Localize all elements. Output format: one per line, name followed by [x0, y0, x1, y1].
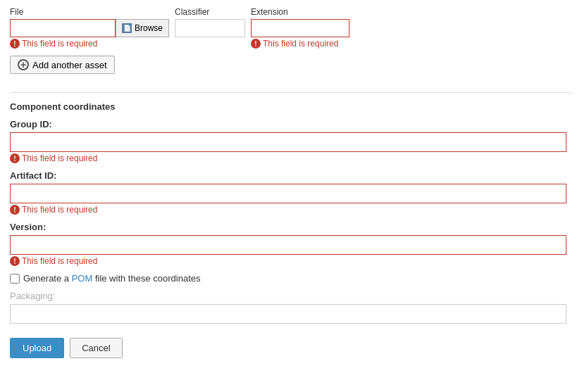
- group-id-label: Group ID:: [10, 119, 572, 129]
- pom-link[interactable]: POM: [72, 273, 93, 284]
- extension-input[interactable]: [251, 19, 349, 37]
- packaging-label: Packaging:: [10, 291, 572, 301]
- artifact-id-input[interactable]: [10, 184, 566, 203]
- version-group: Version: ! This field is required: [10, 222, 572, 266]
- group-id-input[interactable]: [10, 132, 566, 152]
- add-another-asset-label: Add another asset: [32, 60, 107, 70]
- generate-pom-checkbox[interactable]: [10, 274, 20, 284]
- group-id-error: ! This field is required: [10, 153, 572, 163]
- version-input[interactable]: [10, 235, 566, 255]
- footer-buttons: Upload Cancel: [10, 338, 572, 358]
- file-error: ! This field is required: [10, 39, 169, 49]
- browse-icon: 📄: [122, 23, 132, 33]
- classifier-label: Classifier: [175, 7, 245, 17]
- extension-error-icon: !: [251, 39, 261, 49]
- component-coordinates-title: Component coordinates: [10, 101, 572, 112]
- add-another-asset-button[interactable]: + Add another asset: [10, 56, 115, 74]
- artifact-id-group: Artifact ID: ! This field is required: [10, 170, 572, 215]
- extension-error-text: This field is required: [263, 39, 338, 49]
- packaging-input[interactable]: [10, 304, 566, 324]
- classifier-input[interactable]: [175, 19, 245, 37]
- cancel-button[interactable]: Cancel: [70, 338, 122, 358]
- extension-error: ! This field is required: [251, 39, 349, 49]
- version-error: ! This field is required: [10, 256, 572, 266]
- file-error-text: This field is required: [22, 39, 97, 49]
- packaging-group: Packaging:: [10, 291, 572, 324]
- artifact-id-error-text: This field is required: [22, 205, 97, 215]
- generate-pom-text-before: Generate a: [23, 273, 72, 284]
- file-input[interactable]: [10, 19, 116, 37]
- browse-label: Browse: [135, 23, 163, 33]
- upload-button[interactable]: Upload: [10, 338, 64, 358]
- group-id-error-icon: !: [10, 153, 20, 163]
- generate-pom-text-after: file with these coordinates: [92, 273, 200, 284]
- browse-button[interactable]: 📄 Browse: [116, 19, 169, 37]
- artifact-id-error-icon: !: [10, 205, 20, 215]
- divider: [10, 92, 572, 93]
- file-error-icon: !: [10, 39, 20, 49]
- version-error-text: This field is required: [22, 256, 97, 266]
- add-icon: +: [18, 59, 29, 70]
- group-id-group: Group ID: ! This field is required: [10, 119, 572, 163]
- extension-label: Extension: [251, 7, 349, 17]
- artifact-id-error: ! This field is required: [10, 205, 572, 215]
- group-id-error-text: This field is required: [22, 153, 97, 163]
- generate-pom-label[interactable]: Generate a POM file with these coordinat…: [23, 273, 200, 284]
- file-label: File: [10, 7, 169, 17]
- version-label: Version:: [10, 222, 572, 232]
- version-error-icon: !: [10, 256, 20, 266]
- generate-pom-row: Generate a POM file with these coordinat…: [10, 273, 572, 284]
- artifact-id-label: Artifact ID:: [10, 170, 572, 181]
